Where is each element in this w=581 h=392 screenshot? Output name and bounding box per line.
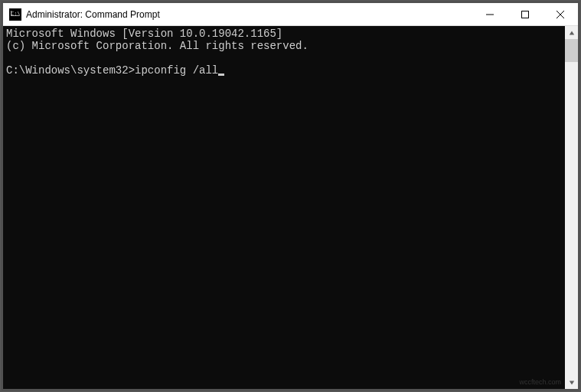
scroll-down-button[interactable] bbox=[565, 376, 578, 389]
window-title: Administrator: Command Prompt bbox=[26, 9, 472, 20]
copyright-line: (c) Microsoft Corporation. All rights re… bbox=[6, 40, 308, 52]
vertical-scrollbar[interactable] bbox=[565, 26, 578, 389]
cmd-icon: C:\ bbox=[9, 8, 21, 21]
svg-marker-5 bbox=[569, 381, 573, 384]
maximize-button[interactable] bbox=[508, 3, 543, 25]
version-line: Microsoft Windows [Version 10.0.19042.11… bbox=[6, 28, 282, 40]
svg-marker-4 bbox=[569, 31, 573, 34]
command-prompt-window: C:\ Administrator: Command Prompt Micros… bbox=[2, 2, 579, 390]
command-input: ipconfig /all bbox=[135, 64, 218, 77]
prompt: C:\Windows\system32> bbox=[6, 64, 135, 77]
close-button[interactable] bbox=[543, 3, 578, 25]
scroll-track[interactable] bbox=[565, 39, 578, 376]
watermark: wccftech.com bbox=[519, 378, 561, 386]
terminal-area: Microsoft Windows [Version 10.0.19042.11… bbox=[3, 26, 578, 389]
window-controls bbox=[472, 3, 578, 25]
scroll-up-button[interactable] bbox=[565, 26, 578, 39]
minimize-button[interactable] bbox=[472, 3, 508, 25]
terminal-output[interactable]: Microsoft Windows [Version 10.0.19042.11… bbox=[3, 26, 565, 389]
svg-rect-1 bbox=[522, 11, 529, 18]
scroll-thumb[interactable] bbox=[565, 39, 578, 62]
cursor bbox=[218, 74, 224, 76]
titlebar[interactable]: C:\ Administrator: Command Prompt bbox=[3, 3, 578, 26]
